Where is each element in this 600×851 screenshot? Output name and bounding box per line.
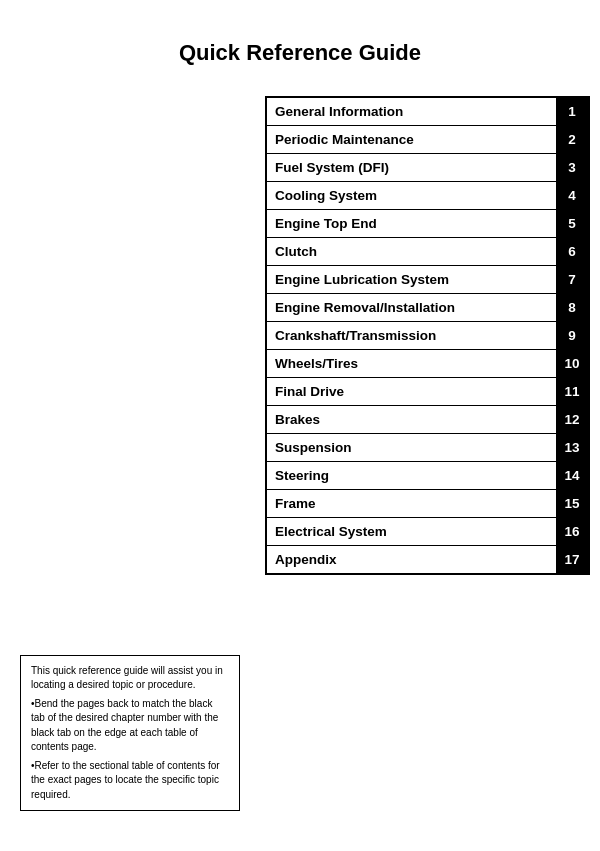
toc-item-number: 16 <box>556 518 588 545</box>
toc-row[interactable]: Brakes12 <box>267 406 588 434</box>
toc-item-label: Frame <box>267 492 556 515</box>
toc-table: General Information1Periodic Maintenance… <box>265 96 590 575</box>
toc-item-label: Appendix <box>267 548 556 571</box>
toc-item-label: Engine Lubrication System <box>267 268 556 291</box>
toc-item-number: 11 <box>556 378 588 405</box>
toc-item-label: General Information <box>267 100 556 123</box>
toc-row[interactable]: Final Drive11 <box>267 378 588 406</box>
toc-item-number: 10 <box>556 350 588 377</box>
toc-row[interactable]: Fuel System (DFI)3 <box>267 154 588 182</box>
toc-row[interactable]: Electrical System16 <box>267 518 588 546</box>
toc-item-number: 7 <box>556 266 588 293</box>
toc-item-number: 1 <box>556 98 588 125</box>
toc-item-label: Cooling System <box>267 184 556 207</box>
toc-row[interactable]: General Information1 <box>267 98 588 126</box>
page-title: Quick Reference Guide <box>0 40 600 66</box>
toc-row[interactable]: Engine Top End5 <box>267 210 588 238</box>
toc-item-label: Engine Top End <box>267 212 556 235</box>
toc-item-number: 8 <box>556 294 588 321</box>
toc-item-label: Engine Removal/Installation <box>267 296 556 319</box>
note-box: This quick reference guide will assist y… <box>20 655 240 812</box>
toc-row[interactable]: Cooling System4 <box>267 182 588 210</box>
toc-item-number: 6 <box>556 238 588 265</box>
toc-item-label: Electrical System <box>267 520 556 543</box>
note-line1: This quick reference guide will assist y… <box>31 664 229 693</box>
toc-item-number: 17 <box>556 546 588 573</box>
toc-row[interactable]: Crankshaft/Transmission9 <box>267 322 588 350</box>
toc-item-number: 12 <box>556 406 588 433</box>
toc-row[interactable]: Engine Lubrication System7 <box>267 266 588 294</box>
toc-item-label: Periodic Maintenance <box>267 128 556 151</box>
toc-row[interactable]: Suspension13 <box>267 434 588 462</box>
toc-row[interactable]: Engine Removal/Installation8 <box>267 294 588 322</box>
toc-item-label: Suspension <box>267 436 556 459</box>
toc-item-number: 2 <box>556 126 588 153</box>
toc-item-label: Steering <box>267 464 556 487</box>
toc-item-number: 4 <box>556 182 588 209</box>
toc-item-label: Clutch <box>267 240 556 263</box>
toc-item-label: Final Drive <box>267 380 556 403</box>
toc-item-label: Fuel System (DFI) <box>267 156 556 179</box>
toc-row[interactable]: Appendix17 <box>267 546 588 573</box>
toc-item-number: 5 <box>556 210 588 237</box>
toc-item-number: 15 <box>556 490 588 517</box>
toc-row[interactable]: Frame15 <box>267 490 588 518</box>
page: Quick Reference Guide General Informatio… <box>0 0 600 851</box>
note-line3: •Refer to the sectional table of content… <box>31 759 229 803</box>
toc-item-number: 9 <box>556 322 588 349</box>
note-line2: •Bend the pages back to match the black … <box>31 697 229 755</box>
toc-row[interactable]: Wheels/Tires10 <box>267 350 588 378</box>
toc-item-number: 14 <box>556 462 588 489</box>
toc-item-label: Wheels/Tires <box>267 352 556 375</box>
toc-item-number: 13 <box>556 434 588 461</box>
toc-row[interactable]: Periodic Maintenance2 <box>267 126 588 154</box>
toc-row[interactable]: Clutch6 <box>267 238 588 266</box>
toc-item-label: Brakes <box>267 408 556 431</box>
toc-item-number: 3 <box>556 154 588 181</box>
toc-item-label: Crankshaft/Transmission <box>267 324 556 347</box>
toc-row[interactable]: Steering14 <box>267 462 588 490</box>
